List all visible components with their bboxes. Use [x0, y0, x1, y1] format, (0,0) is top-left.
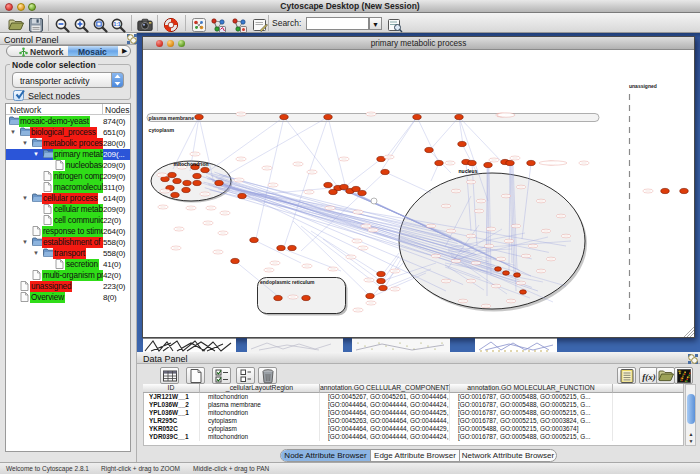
svg-text:cytoplasm: cytoplasm	[149, 127, 175, 133]
svg-text:unassigned: unassigned	[629, 83, 657, 89]
svg-text:nucleus: nucleus	[459, 168, 478, 174]
svg-text:mitochondrion: mitochondrion	[174, 161, 209, 167]
svg-text:f(x): f(x)	[642, 372, 656, 382]
svg-text:endoplasmic reticulum: endoplasmic reticulum	[260, 279, 315, 285]
svg-text:1:1: 1:1	[113, 21, 120, 27]
svg-text:plasma membrane: plasma membrane	[149, 115, 195, 121]
